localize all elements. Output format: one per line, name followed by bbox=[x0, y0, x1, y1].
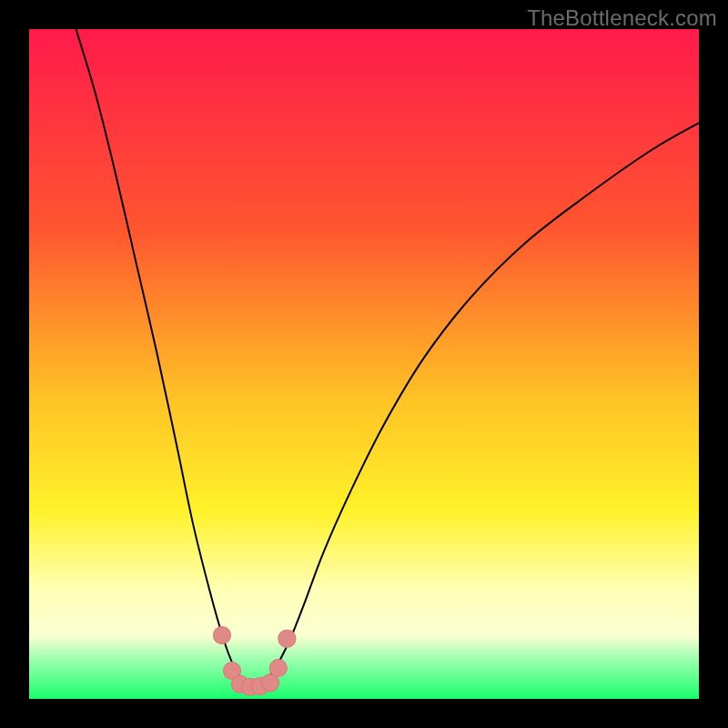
chart-frame: TheBottleneck.com bbox=[0, 0, 728, 728]
marker-dot bbox=[269, 660, 287, 677]
watermark-text: TheBottleneck.com bbox=[527, 5, 717, 31]
marker-dot bbox=[213, 627, 230, 644]
highlight-markers bbox=[213, 627, 296, 696]
marker-dot bbox=[278, 630, 296, 647]
curve-layer bbox=[29, 29, 699, 699]
bottleneck-curve bbox=[76, 29, 699, 682]
plot-area bbox=[29, 29, 699, 699]
